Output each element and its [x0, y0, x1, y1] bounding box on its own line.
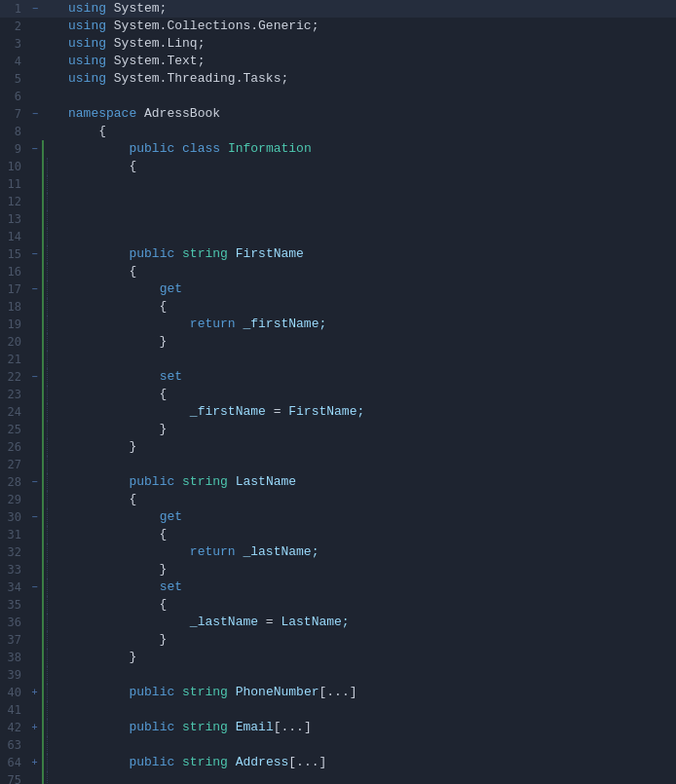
token-ns: System;: [106, 1, 167, 16]
fold-icon: [27, 771, 43, 784]
indent-guide: [47, 386, 66, 403]
table-row: 9− public class Information: [0, 140, 676, 158]
code-content: using System.Collections.Generic;: [66, 18, 676, 35]
fold-icon: [27, 88, 43, 105]
fold-icon[interactable]: −: [27, 508, 43, 526]
line-number: 9: [0, 140, 27, 158]
token-id: _lastName: [190, 615, 258, 629]
table-row: 29 {: [0, 491, 676, 508]
token-punc: [68, 544, 190, 559]
fold-icon: [27, 649, 43, 666]
fold-icon[interactable]: −: [27, 105, 43, 123]
fold-icon[interactable]: +: [27, 754, 43, 771]
line-number: 5: [0, 70, 27, 88]
line-number: 12: [0, 193, 27, 210]
code-content: {: [66, 123, 676, 140]
code-content: {: [66, 298, 676, 316]
fold-icon: [27, 35, 43, 53]
indent-guide: [47, 123, 66, 140]
fold-icon: [27, 351, 43, 368]
indent-guide: [47, 18, 66, 35]
code-content: [66, 88, 676, 105]
token-punc: [68, 509, 160, 524]
token-punc: [228, 246, 236, 261]
line-number: 41: [0, 701, 27, 719]
token-punc: {: [68, 264, 136, 279]
indent-guide: [47, 298, 66, 316]
line-number: 10: [0, 158, 27, 175]
token-punc: [68, 615, 190, 629]
line-number: 2: [0, 18, 27, 35]
table-row: 36 _lastName = LastName;: [0, 614, 676, 631]
table-row: 4using System.Text;: [0, 53, 676, 70]
table-row: 6: [0, 88, 676, 105]
line-number: 27: [0, 456, 27, 473]
token-id: PhoneNumber: [236, 685, 319, 699]
indent-guide: [47, 140, 66, 158]
code-content: }: [66, 438, 676, 456]
code-editor: 1−using System;2using System.Collections…: [0, 0, 676, 784]
code-content: public string FirstName: [66, 245, 676, 263]
token-ns: AdressBook: [136, 106, 220, 121]
code-content: _lastName = LastName;: [66, 614, 676, 631]
line-number: 26: [0, 438, 27, 456]
indent-guide: [47, 719, 66, 736]
table-row: 63: [0, 736, 676, 754]
fold-icon: [27, 263, 43, 280]
indent-guide: [47, 70, 66, 88]
indent-guide: [47, 631, 66, 649]
line-number: 40: [0, 684, 27, 701]
table-row: 10 {: [0, 158, 676, 175]
indent-guide: [47, 158, 66, 175]
indent-guide: [47, 263, 66, 280]
code-content: get: [66, 280, 676, 298]
fold-icon: [27, 228, 43, 245]
token-kw2: string: [182, 755, 228, 769]
token-punc: [68, 317, 190, 331]
fold-icon[interactable]: −: [27, 280, 43, 298]
code-content: [66, 771, 676, 784]
code-content: {: [66, 526, 676, 543]
fold-icon[interactable]: −: [27, 245, 43, 263]
indent-guide: [47, 649, 66, 666]
line-number: 31: [0, 526, 27, 543]
table-row: 34− set: [0, 579, 676, 596]
token-kw2: string: [182, 246, 228, 261]
fold-icon: [27, 421, 43, 438]
fold-icon: [27, 193, 43, 210]
token-punc: [174, 246, 182, 261]
fold-icon: [27, 736, 43, 754]
indent-guide: [47, 754, 66, 771]
table-row: 7−namespace AdressBook: [0, 105, 676, 123]
line-number: 75: [0, 771, 27, 784]
code-content: [66, 736, 676, 754]
fold-icon[interactable]: +: [27, 719, 43, 736]
fold-icon[interactable]: +: [27, 684, 43, 701]
token-punc: }: [68, 334, 167, 349]
indent-guide: [47, 105, 66, 123]
indent-guide: [47, 280, 66, 298]
fold-icon: [27, 491, 43, 508]
token-punc: [174, 685, 182, 699]
fold-icon[interactable]: −: [27, 473, 43, 491]
line-number: 14: [0, 228, 27, 245]
fold-icon: [27, 158, 43, 175]
line-number: 39: [0, 666, 27, 684]
indent-guide: [47, 736, 66, 754]
indent-guide: [47, 421, 66, 438]
code-content: namespace AdressBook: [66, 105, 676, 123]
token-punc: [68, 281, 160, 296]
token-id: FirstName: [236, 246, 304, 261]
code-content: [66, 456, 676, 473]
token-punc: }: [68, 650, 136, 664]
line-number: 11: [0, 175, 27, 193]
line-number: 30: [0, 508, 27, 526]
token-punc: [68, 474, 129, 489]
fold-icon[interactable]: −: [27, 140, 43, 158]
code-content: {: [66, 386, 676, 403]
fold-icon[interactable]: −: [27, 368, 43, 386]
fold-icon[interactable]: −: [27, 0, 43, 18]
code-content: return _firstName;: [66, 316, 676, 333]
token-punc: [174, 720, 182, 734]
fold-icon[interactable]: −: [27, 579, 43, 596]
